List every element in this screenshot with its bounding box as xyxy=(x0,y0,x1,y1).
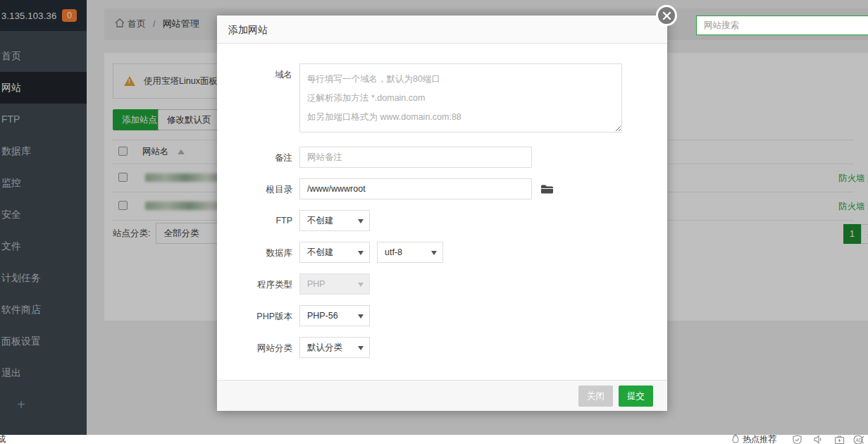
domain-textarea[interactable] xyxy=(299,63,622,132)
status-bar: 成 热点推荐 AD xyxy=(0,435,868,444)
php-version-select[interactable]: PHP-56 xyxy=(299,305,370,326)
hot-recommend-button[interactable]: 热点推荐 xyxy=(731,433,776,444)
svg-text:AD: AD xyxy=(855,437,862,442)
note-label: 备注 xyxy=(217,147,292,168)
root-path-label: 根目录 xyxy=(217,178,292,199)
ad-block-icon[interactable]: AD xyxy=(850,435,868,444)
modal-footer: 关闭 提交 xyxy=(217,380,667,411)
hot-recommend-label: 热点推荐 xyxy=(743,433,776,444)
domain-label: 域名 xyxy=(217,63,292,132)
speaker-icon[interactable] xyxy=(807,435,829,444)
note-input[interactable] xyxy=(299,147,532,168)
root-path-input[interactable] xyxy=(299,178,532,199)
shield-check-icon[interactable] xyxy=(786,435,807,444)
program-type-select: PHP xyxy=(299,273,370,295)
folder-browse-icon[interactable] xyxy=(540,184,554,195)
site-search-input[interactable] xyxy=(696,16,868,35)
modal-title: 添加网站 xyxy=(217,16,667,44)
ftp-label: FTP xyxy=(217,210,292,231)
site-category-label: 网站分类 xyxy=(217,337,292,358)
database-select[interactable]: 不创建 xyxy=(299,242,370,263)
charset-select[interactable]: utf-8 xyxy=(377,242,443,263)
ftp-select[interactable]: 不创建 xyxy=(299,210,370,231)
flame-icon xyxy=(731,433,740,444)
program-type-label: 程序类型 xyxy=(217,273,292,295)
add-site-modal: 添加网站 域名 备注 根目录 FTP 不创 xyxy=(217,16,667,411)
php-version-label: PHP版本 xyxy=(217,305,292,326)
add-site-form: 域名 备注 根目录 FTP 不创建 xyxy=(217,44,667,358)
database-label: 数据库 xyxy=(217,242,292,263)
toolbox-icon[interactable] xyxy=(829,435,850,444)
modal-submit-button[interactable]: 提交 xyxy=(619,386,653,407)
modal-close-button[interactable]: 关闭 xyxy=(578,386,613,407)
status-left-text: 成 xyxy=(0,433,6,444)
close-icon[interactable] xyxy=(656,5,677,26)
site-category-select[interactable]: 默认分类 xyxy=(299,337,370,358)
